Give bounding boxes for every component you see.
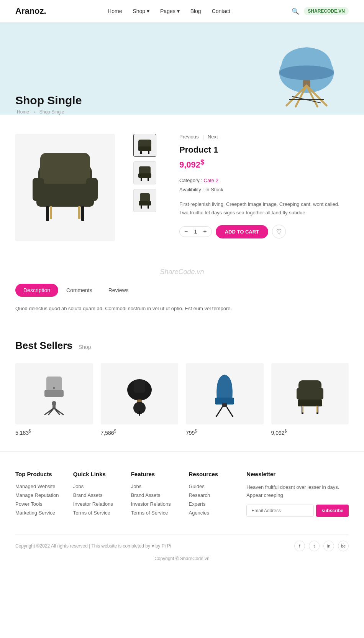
svg-line-46 <box>216 407 222 417</box>
qty-increase-button[interactable]: + <box>203 228 207 235</box>
nav-shop[interactable]: Shop ▾ <box>133 8 149 14</box>
svg-point-1 <box>279 66 334 80</box>
tabs-section: Description Comments Reviews Quod delect… <box>0 284 364 324</box>
breadcrumb-sep: › <box>33 109 35 115</box>
footer-col-title-newsletter: Newsletter <box>246 471 349 477</box>
availability-sep: : <box>202 187 205 192</box>
hero-text: Shop Single Home › Shop Single <box>15 94 82 115</box>
footer-col-quick-links: Quick Links Jobs Brand Assets Investor R… <box>73 471 120 519</box>
footer-col-features: Features Jobs Brand Assets Investor Rela… <box>131 471 177 519</box>
footer-link-marketing-service[interactable]: Marketing Service <box>15 510 62 516</box>
nav-separator: | <box>203 134 204 140</box>
footer-link-manage-reputation[interactable]: Manage Reputation <box>15 492 62 498</box>
footer-link-agencies[interactable]: Agencies <box>189 510 235 516</box>
footer: Top Products Managed Website Manage Repu… <box>0 451 364 569</box>
footer-link-terms-ql[interactable]: Terms of Service <box>73 510 120 516</box>
svg-rect-19 <box>138 146 151 151</box>
footer-social: f t in be <box>294 541 349 551</box>
qty-decrease-button[interactable]: − <box>184 228 188 235</box>
brand-badge: SHARECODE.VN <box>304 7 349 15</box>
qty-value: 1 <box>192 229 199 235</box>
price-1: 5,183 <box>15 430 29 436</box>
product-card-price-2: 7,586$ <box>101 429 179 436</box>
product-card-2: 7,586$ <box>101 363 179 436</box>
thumbnail-3[interactable] <box>133 189 156 212</box>
product-card-3: 799$ <box>186 363 264 436</box>
footer-grid: Top Products Managed Website Manage Repu… <box>15 471 349 519</box>
availability-label: Availibility <box>179 187 201 192</box>
prev-product[interactable]: Previous <box>179 134 199 140</box>
thumbnail-2[interactable] <box>133 161 156 184</box>
section-header: Best Sellers Shop <box>15 340 349 352</box>
svg-rect-15 <box>81 206 84 221</box>
product-navigation: Previous | Next <box>179 134 349 140</box>
svg-rect-49 <box>297 388 302 400</box>
svg-rect-24 <box>141 178 142 181</box>
svg-rect-29 <box>148 206 149 209</box>
price-currency: $ <box>200 158 204 166</box>
tab-reviews[interactable]: Reviews <box>100 284 137 297</box>
nav-home[interactable]: Home <box>108 8 122 14</box>
category-value: Cate 2 <box>204 178 218 183</box>
svg-rect-27 <box>139 201 151 206</box>
nav-contact[interactable]: Contact <box>212 8 230 14</box>
thumbnail-1[interactable] <box>133 134 156 157</box>
category-label: Category <box>179 178 200 183</box>
watermark: ShareCode.vn <box>0 260 364 284</box>
footer-link-jobs-ql[interactable]: Jobs <box>73 483 120 489</box>
availability-value: In Stock <box>205 187 223 192</box>
breadcrumb-home[interactable]: Home <box>17 109 29 115</box>
footer-link-managed-website[interactable]: Managed Website <box>15 483 62 489</box>
svg-rect-14 <box>46 206 49 221</box>
next-product[interactable]: Next <box>208 134 218 140</box>
svg-rect-13 <box>86 178 98 201</box>
wishlist-button[interactable]: ♡ <box>272 225 286 238</box>
social-facebook[interactable]: f <box>294 541 305 551</box>
svg-rect-33 <box>52 403 56 408</box>
product-card-price-4: 9,092$ <box>271 429 349 436</box>
footer-link-guides[interactable]: Guides <box>189 483 235 489</box>
social-twitter[interactable]: t <box>309 541 320 551</box>
social-behance[interactable]: be <box>338 541 349 551</box>
product-card-price-3: 799$ <box>186 429 264 436</box>
footer-col-resources: Resources Guides Research Experts Agenci… <box>189 471 235 519</box>
hero-banner: Shop Single Home › Shop Single <box>0 23 364 115</box>
footer-link-power-tools[interactable]: Power Tools <box>15 501 62 507</box>
products-grid: 5,183$ 7,586$ <box>15 363 349 436</box>
social-instagram[interactable]: in <box>323 541 334 551</box>
product-thumbnails <box>133 134 156 212</box>
price-3: 799 <box>186 430 195 436</box>
newsletter-text: Heaven fruitful doesnt over lesser in da… <box>246 483 349 500</box>
tab-content: Quod delectus quod ab soluta quam ad. Co… <box>15 304 349 313</box>
footer-link-experts[interactable]: Experts <box>189 501 235 507</box>
nav-blog[interactable]: Blog <box>190 8 201 14</box>
footer-copyright: Copyright ©2022 All rights reserved | Th… <box>15 543 171 549</box>
footer-link-investor-relations-ql[interactable]: Investor Relations <box>73 501 120 507</box>
footer-link-research[interactable]: Research <box>189 492 235 498</box>
footer-link-brand-assets-ft[interactable]: Brand Assets <box>131 492 177 498</box>
footer-link-terms-ft[interactable]: Terms of Service <box>131 510 177 516</box>
footer-col-title-top-products: Top Products <box>15 471 62 477</box>
footer-link-brand-assets-ql[interactable]: Brand Assets <box>73 492 120 498</box>
product-card-4: 9,092$ <box>271 363 349 436</box>
product-card-image-4 <box>271 363 349 424</box>
tab-comments[interactable]: Comments <box>58 284 100 297</box>
nav-pages[interactable]: Pages ▾ <box>160 8 180 14</box>
tab-description[interactable]: Description <box>15 284 58 297</box>
product-card-image-1 <box>15 363 93 424</box>
svg-rect-16 <box>50 206 52 219</box>
tabs: Description Comments Reviews <box>15 284 349 297</box>
section-title: Best Sellers <box>15 340 72 352</box>
footer-col-newsletter: Newsletter Heaven fruitful doesnt over l… <box>246 471 349 519</box>
footer-link-jobs-ft[interactable]: Jobs <box>131 483 177 489</box>
subscribe-button[interactable]: subscribe <box>316 505 349 517</box>
search-icon[interactable]: 🔍 <box>292 8 299 15</box>
header: Aranoz. Home Shop ▾ Pages ▾ Blog Contact… <box>0 0 364 23</box>
newsletter-email-input[interactable] <box>246 505 314 517</box>
footer-link-investor-relations-ft[interactable]: Investor Relations <box>131 501 177 507</box>
add-to-cart-button[interactable]: ADD TO CART <box>216 225 268 238</box>
newsletter-form: subscribe <box>246 505 349 517</box>
shop-link[interactable]: Shop <box>79 344 91 350</box>
footer-bottom: Copyright ©2022 All rights reserved | Th… <box>15 534 349 551</box>
product-card-image-2 <box>101 363 179 424</box>
